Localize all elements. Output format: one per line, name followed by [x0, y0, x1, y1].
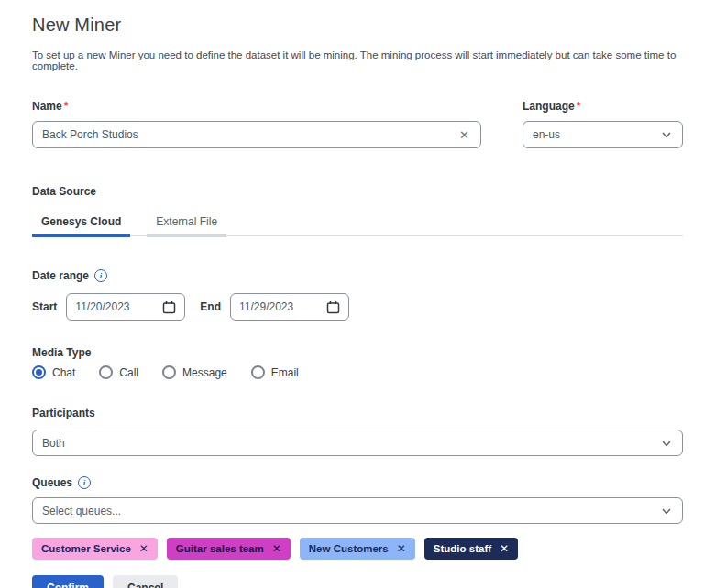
participants-label: Participants [32, 407, 683, 419]
new-miner-form: New Miner To set up a new Miner you need… [0, 0, 704, 588]
date-range-label-row: Date range i [32, 269, 683, 282]
tab-external-file[interactable]: External File [147, 210, 226, 237]
queue-tag-label: Customer Service [41, 543, 131, 554]
data-source-tabs: Genesys Cloud External File [32, 210, 683, 236]
queues-label-row: Queues i [32, 476, 683, 489]
remove-tag-icon[interactable]: ✕ [397, 542, 406, 555]
data-source-label: Data Source [32, 185, 683, 198]
queues-placeholder: Select queues... [42, 505, 121, 517]
start-label: Start [32, 300, 57, 313]
remove-tag-icon[interactable]: ✕ [500, 542, 509, 555]
clear-name-icon[interactable]: ✕ [457, 128, 471, 142]
radio-button-icon [251, 365, 265, 379]
end-date-input[interactable]: 11/29/2023 [230, 293, 349, 321]
end-date-value: 11/29/2023 [239, 300, 293, 313]
language-selected-value: en-us [533, 128, 560, 141]
media-type-options: Chat Call Message Email [32, 365, 683, 379]
queue-tag: New Customers ✕ [300, 538, 415, 560]
tab-genesys-cloud[interactable]: Genesys Cloud [32, 210, 130, 237]
radio-email-label: Email [271, 366, 299, 379]
queues-select[interactable]: Select queues... [32, 497, 683, 524]
radio-call[interactable]: Call [99, 365, 138, 379]
queue-tag-label: New Customers [309, 543, 389, 554]
start-date-value: 11/20/2023 [75, 300, 129, 313]
radio-chat[interactable]: Chat [32, 365, 75, 379]
date-range-row: Start 11/20/2023 End 11/29/2023 [32, 293, 683, 321]
language-label-text: Language [522, 100, 575, 113]
chevron-down-icon [660, 128, 673, 141]
info-icon[interactable]: i [94, 269, 107, 282]
queue-tag-label: Guitar sales team [176, 543, 264, 554]
calendar-icon[interactable] [326, 300, 340, 314]
radio-chat-label: Chat [52, 366, 75, 379]
queue-tag: Studio staff ✕ [424, 538, 518, 560]
radio-message-label: Message [182, 366, 227, 379]
queues-label: Queues [32, 476, 72, 489]
name-input-wrap: ✕ [32, 121, 481, 148]
name-language-row: Name* ✕ Language* en-us [32, 100, 683, 148]
action-buttons: Confirm Cancel [32, 575, 683, 588]
info-icon[interactable]: i [78, 476, 91, 489]
radio-button-icon [162, 365, 176, 379]
language-field-block: Language* en-us [522, 100, 683, 148]
radio-button-icon [32, 365, 46, 379]
cancel-button[interactable]: Cancel [113, 575, 178, 588]
participants-selected-value: Both [42, 437, 65, 450]
name-label: Name* [32, 100, 481, 113]
calendar-icon[interactable] [162, 300, 176, 314]
radio-call-label: Call [119, 366, 138, 379]
name-input[interactable] [42, 128, 457, 141]
confirm-button[interactable]: Confirm [32, 575, 104, 588]
radio-message[interactable]: Message [162, 365, 227, 379]
start-date-input[interactable]: 11/20/2023 [66, 293, 185, 321]
queue-tag: Guitar sales team ✕ [167, 538, 291, 560]
remove-tag-icon[interactable]: ✕ [272, 542, 281, 555]
media-type-label: Media Type [32, 346, 683, 359]
language-label: Language* [522, 100, 683, 113]
remove-tag-icon[interactable]: ✕ [139, 542, 148, 555]
name-field-block: Name* ✕ [32, 100, 481, 148]
participants-select[interactable]: Both [32, 430, 683, 456]
name-label-text: Name [32, 100, 62, 113]
language-select[interactable]: en-us [522, 121, 683, 148]
required-asterisk: * [577, 100, 581, 113]
page-description: To set up a new Miner you need to define… [32, 49, 683, 71]
selected-queues-row: Customer Service ✕ Guitar sales team ✕ N… [32, 538, 683, 560]
chevron-down-icon [660, 437, 673, 450]
required-asterisk: * [64, 100, 69, 113]
page-title: New Miner [32, 15, 683, 36]
radio-email[interactable]: Email [251, 365, 299, 379]
radio-button-icon [99, 365, 113, 379]
date-range-label: Date range [32, 269, 89, 282]
chevron-down-icon [660, 505, 673, 517]
queue-tag: Customer Service ✕ [32, 538, 158, 560]
queue-tag-label: Studio staff [434, 543, 491, 554]
end-label: End [200, 300, 221, 313]
